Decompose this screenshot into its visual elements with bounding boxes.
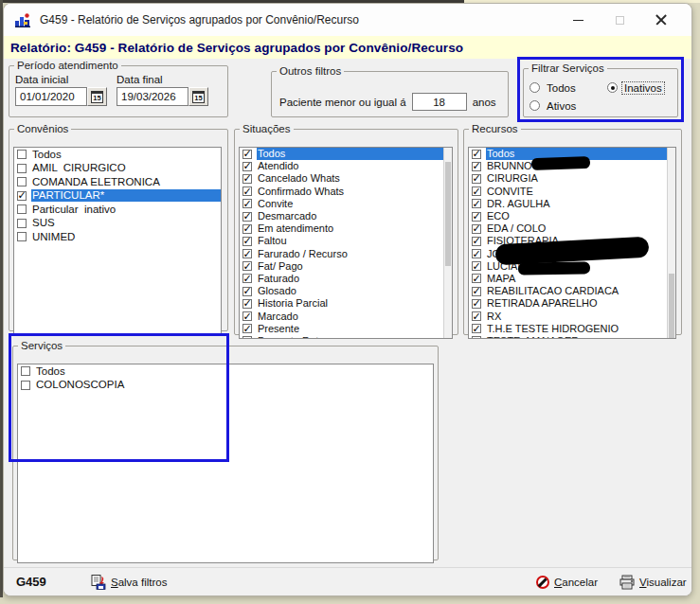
checkbox-icon[interactable] [242, 187, 252, 196]
title-bar[interactable]: G459 - Relatório de Serviços agrupados p… [4, 4, 691, 36]
situacao-list-item[interactable]: Convite [240, 198, 452, 210]
checkbox-icon[interactable] [17, 191, 27, 201]
situacao-list-item[interactable]: Faturado [240, 273, 452, 285]
checkbox-icon[interactable] [242, 274, 252, 283]
checkbox-icon[interactable] [242, 224, 252, 234]
situacao-list-item[interactable]: Glosado [240, 285, 452, 297]
recurso-list-item[interactable]: ECO [469, 210, 675, 222]
start-date-input[interactable] [15, 87, 87, 106]
situacao-list-item[interactable]: Farurado / Recurso [240, 248, 452, 260]
radio-icon[interactable] [607, 82, 618, 93]
recursos-scrollbar[interactable] [667, 148, 675, 338]
close-button[interactable] [640, 4, 682, 36]
checkbox-icon[interactable] [17, 232, 27, 241]
checkbox-icon[interactable] [472, 174, 481, 184]
checkbox-icon[interactable] [242, 174, 252, 184]
radio-option[interactable]: Inativos [607, 79, 673, 97]
situacao-list-item[interactable]: Cancelado Whats [240, 172, 452, 185]
recurso-list-item[interactable]: CONVITE [469, 186, 675, 198]
checkbox-icon[interactable] [242, 287, 252, 296]
situacoes-scrollbar[interactable] [443, 148, 452, 338]
scrollbar-thumb[interactable] [669, 274, 674, 338]
checkbox-icon[interactable] [242, 336, 252, 339]
checkbox-icon[interactable] [472, 299, 481, 309]
radio-option[interactable]: Todos [529, 79, 607, 97]
checkbox-icon[interactable] [242, 237, 252, 246]
checkbox-icon[interactable] [242, 212, 252, 222]
situacao-list-item[interactable]: Historia Parcial [240, 297, 452, 310]
recursos-listbox[interactable]: Todos BRUNNO CIRURGIA CONVITE [468, 147, 676, 339]
situacao-list-item[interactable]: Presente [240, 323, 452, 335]
convenio-list-item[interactable]: SUS [14, 217, 221, 231]
situacao-list-item[interactable]: Todos [240, 148, 452, 160]
checkbox-icon[interactable] [21, 366, 30, 376]
checkbox-icon[interactable] [242, 199, 252, 208]
situacoes-listbox[interactable]: Todos Atendido Cancelado Whats Confirmad… [239, 147, 453, 339]
convenio-list-item[interactable]: COMANDA ELETRONICA [14, 175, 221, 189]
checkbox-icon[interactable] [472, 287, 481, 296]
checkbox-icon[interactable] [242, 249, 252, 258]
start-date-calendar-button[interactable]: 15 [87, 87, 107, 106]
checkbox-icon[interactable] [472, 311, 481, 321]
recurso-list-item[interactable]: RX [469, 310, 675, 322]
minimize-button[interactable] [557, 4, 599, 36]
age-input[interactable] [412, 93, 467, 111]
checkbox-icon[interactable] [242, 150, 252, 159]
checkbox-icon[interactable] [17, 177, 27, 187]
servicos-listbox[interactable]: Todos COLONOSCOPIA [17, 364, 434, 563]
cancel-button[interactable]: Cancelar [536, 572, 598, 593]
checkbox-icon[interactable] [472, 224, 481, 234]
checkbox-icon[interactable] [472, 199, 481, 208]
recurso-list-item[interactable]: EDA / COLO [469, 222, 675, 235]
convenio-list-item[interactable]: UNIMED [14, 230, 221, 244]
situacao-list-item[interactable]: Em atendimento [240, 222, 452, 235]
checkbox-icon[interactable] [472, 261, 481, 271]
situacao-list-item[interactable]: Confirmado Whats [240, 186, 452, 198]
checkbox-icon[interactable] [472, 162, 481, 171]
checkbox-icon[interactable] [472, 187, 481, 196]
checkbox-icon[interactable] [472, 150, 481, 159]
situacao-list-item[interactable]: Desmarcado [240, 210, 452, 222]
convenio-list-item[interactable]: PARTICULAR* [14, 189, 221, 204]
recurso-list-item[interactable]: MAPA [469, 273, 675, 285]
recurso-list-item[interactable]: DR. AGULHA [469, 198, 675, 210]
situacao-list-item[interactable]: Atendido [240, 160, 452, 172]
situacao-list-item[interactable]: Fat/ Pago [240, 260, 452, 273]
save-filters-button[interactable]: Salva filtros [91, 572, 167, 593]
servico-list-item[interactable]: Todos [18, 364, 433, 379]
radio-icon[interactable] [529, 82, 540, 93]
checkbox-icon[interactable] [17, 150, 27, 159]
recurso-list-item[interactable]: T.H.E TESTE HIDROGENIO [469, 323, 675, 335]
checkbox-icon[interactable] [472, 336, 481, 339]
maximize-button[interactable] [599, 4, 640, 36]
situacao-list-item[interactable]: Presente Retorno [240, 335, 452, 339]
recurso-list-item[interactable]: REABILITACAO CARDIACA [469, 285, 675, 297]
situacao-list-item[interactable]: Faltou [240, 235, 452, 247]
recurso-list-item[interactable]: CIRURGIA [469, 172, 675, 185]
checkbox-icon[interactable] [242, 299, 252, 309]
end-date-calendar-button[interactable]: 15 [188, 87, 208, 106]
checkbox-icon[interactable] [17, 219, 27, 228]
checkbox-icon[interactable] [472, 324, 481, 333]
checkbox-icon[interactable] [21, 381, 30, 390]
checkbox-icon[interactable] [472, 237, 481, 246]
checkbox-icon[interactable] [17, 164, 27, 173]
recurso-list-item[interactable]: RETIRADA APARELHO [469, 297, 675, 310]
checkbox-icon[interactable] [472, 212, 481, 222]
convenio-list-item[interactable]: AMIL CIRURGICO [14, 162, 221, 176]
convenio-list-item[interactable]: Todos [14, 148, 221, 162]
checkbox-icon[interactable] [242, 324, 252, 333]
checkbox-icon[interactable] [472, 274, 481, 283]
radio-option[interactable]: Ativos [529, 97, 596, 115]
preview-button[interactable]: Visualizar [619, 572, 687, 593]
checkbox-icon[interactable] [17, 204, 27, 214]
checkbox-icon[interactable] [242, 261, 252, 271]
servico-list-item[interactable]: COLONOSCOPIA [18, 379, 433, 393]
checkbox-icon[interactable] [242, 311, 252, 321]
end-date-input[interactable] [117, 87, 188, 106]
checkbox-icon[interactable] [472, 249, 481, 258]
scrollbar-thumb[interactable] [445, 162, 451, 266]
situacao-list-item[interactable]: Marcado [240, 310, 452, 322]
convenio-list-item[interactable]: Particular inativo [14, 203, 221, 217]
checkbox-icon[interactable] [242, 162, 252, 171]
